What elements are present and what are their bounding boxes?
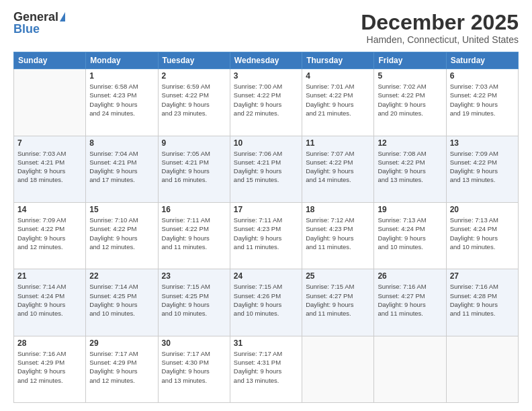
calendar-cell [446,336,518,402]
calendar-week-row: 28Sunrise: 7:16 AM Sunset: 4:29 PM Dayli… [14,336,519,402]
day-number: 30 [162,338,226,348]
header-tuesday: Tuesday [158,52,230,69]
calendar-cell: 20Sunrise: 7:13 AM Sunset: 4:24 PM Dayli… [446,202,518,269]
day-info: Sunrise: 7:06 AM Sunset: 4:21 PM Dayligh… [234,149,298,185]
day-number: 9 [162,138,226,148]
day-number: 29 [89,338,154,348]
day-info: Sunrise: 7:14 AM Sunset: 4:25 PM Dayligh… [89,282,154,318]
calendar-cell [374,336,446,402]
day-number: 28 [17,338,82,348]
calendar-cell: 5Sunrise: 7:02 AM Sunset: 4:22 PM Daylig… [374,69,446,136]
day-info: Sunrise: 7:02 AM Sunset: 4:22 PM Dayligh… [378,82,442,118]
day-info: Sunrise: 7:00 AM Sunset: 4:22 PM Dayligh… [234,82,298,118]
logo-triangle-icon [60,12,65,21]
calendar-cell: 16Sunrise: 7:11 AM Sunset: 4:22 PM Dayli… [158,202,230,269]
calendar-week-row: 1Sunrise: 6:58 AM Sunset: 4:23 PM Daylig… [14,69,519,136]
day-info: Sunrise: 7:01 AM Sunset: 4:22 PM Dayligh… [306,82,370,118]
day-number: 27 [450,271,515,281]
calendar-cell: 25Sunrise: 7:15 AM Sunset: 4:27 PM Dayli… [302,269,374,336]
day-info: Sunrise: 7:05 AM Sunset: 4:21 PM Dayligh… [162,149,226,185]
calendar-cell: 7Sunrise: 7:03 AM Sunset: 4:21 PM Daylig… [14,136,86,202]
calendar-cell: 2Sunrise: 6:59 AM Sunset: 4:22 PM Daylig… [158,69,230,136]
day-info: Sunrise: 6:58 AM Sunset: 4:23 PM Dayligh… [89,82,154,118]
calendar-week-row: 14Sunrise: 7:09 AM Sunset: 4:22 PM Dayli… [14,202,519,269]
calendar-cell: 24Sunrise: 7:15 AM Sunset: 4:26 PM Dayli… [230,269,302,336]
calendar-week-row: 21Sunrise: 7:14 AM Sunset: 4:24 PM Dayli… [14,269,519,336]
calendar-cell: 8Sunrise: 7:04 AM Sunset: 4:21 PM Daylig… [86,136,158,202]
calendar-cell: 31Sunrise: 7:17 AM Sunset: 4:31 PM Dayli… [230,336,302,402]
day-info: Sunrise: 7:12 AM Sunset: 4:23 PM Dayligh… [306,216,370,251]
header: General Blue December 2025 Hamden, Conne… [13,11,519,45]
day-number: 5 [378,71,442,81]
calendar-cell: 18Sunrise: 7:12 AM Sunset: 4:23 PM Dayli… [302,202,374,269]
month-title: December 2025 [361,11,519,34]
header-monday: Monday [86,52,158,69]
day-number: 13 [450,138,515,148]
day-info: Sunrise: 7:10 AM Sunset: 4:22 PM Dayligh… [89,216,154,251]
day-info: Sunrise: 7:16 AM Sunset: 4:27 PM Dayligh… [378,282,442,318]
calendar-cell: 30Sunrise: 7:17 AM Sunset: 4:30 PM Dayli… [158,336,230,402]
day-info: Sunrise: 7:13 AM Sunset: 4:24 PM Dayligh… [450,216,515,251]
day-info: Sunrise: 7:17 AM Sunset: 4:29 PM Dayligh… [89,349,154,385]
header-wednesday: Wednesday [230,52,302,69]
day-number: 21 [17,271,82,281]
day-info: Sunrise: 7:11 AM Sunset: 4:22 PM Dayligh… [162,216,226,251]
day-number: 10 [234,138,298,148]
day-number: 14 [17,205,82,214]
day-info: Sunrise: 7:09 AM Sunset: 4:22 PM Dayligh… [17,216,82,251]
calendar-cell: 12Sunrise: 7:08 AM Sunset: 4:22 PM Dayli… [374,136,446,202]
day-info: Sunrise: 7:13 AM Sunset: 4:24 PM Dayligh… [378,216,442,251]
day-info: Sunrise: 7:17 AM Sunset: 4:30 PM Dayligh… [162,349,226,385]
calendar-cell: 13Sunrise: 7:09 AM Sunset: 4:22 PM Dayli… [446,136,518,202]
logo-general-text: General [13,11,58,23]
calendar-cell: 14Sunrise: 7:09 AM Sunset: 4:22 PM Dayli… [14,202,86,269]
day-info: Sunrise: 7:03 AM Sunset: 4:21 PM Dayligh… [17,149,82,185]
day-info: Sunrise: 7:15 AM Sunset: 4:27 PM Dayligh… [306,282,370,318]
calendar-cell: 21Sunrise: 7:14 AM Sunset: 4:24 PM Dayli… [14,269,86,336]
calendar-cell: 27Sunrise: 7:16 AM Sunset: 4:28 PM Dayli… [446,269,518,336]
calendar-cell: 1Sunrise: 6:58 AM Sunset: 4:23 PM Daylig… [86,69,158,136]
day-info: Sunrise: 7:04 AM Sunset: 4:21 PM Dayligh… [89,149,154,185]
logo: General Blue [13,11,65,35]
calendar-cell: 10Sunrise: 7:06 AM Sunset: 4:21 PM Dayli… [230,136,302,202]
calendar-cell: 22Sunrise: 7:14 AM Sunset: 4:25 PM Dayli… [86,269,158,336]
day-info: Sunrise: 7:17 AM Sunset: 4:31 PM Dayligh… [234,349,298,385]
day-info: Sunrise: 7:08 AM Sunset: 4:22 PM Dayligh… [378,149,442,185]
calendar-cell: 17Sunrise: 7:11 AM Sunset: 4:23 PM Dayli… [230,202,302,269]
day-info: Sunrise: 7:07 AM Sunset: 4:22 PM Dayligh… [306,149,370,185]
calendar: Sunday Monday Tuesday Wednesday Thursday… [13,52,519,403]
day-info: Sunrise: 7:14 AM Sunset: 4:24 PM Dayligh… [17,282,82,318]
day-number: 16 [162,205,226,214]
day-number: 2 [162,71,226,81]
calendar-header-row: Sunday Monday Tuesday Wednesday Thursday… [14,52,519,69]
day-number: 19 [378,205,442,214]
day-number: 22 [89,271,154,281]
calendar-cell: 29Sunrise: 7:17 AM Sunset: 4:29 PM Dayli… [86,336,158,402]
day-info: Sunrise: 7:16 AM Sunset: 4:28 PM Dayligh… [450,282,515,318]
day-number: 1 [89,71,154,81]
day-number: 15 [89,205,154,214]
calendar-cell: 19Sunrise: 7:13 AM Sunset: 4:24 PM Dayli… [374,202,446,269]
calendar-cell: 11Sunrise: 7:07 AM Sunset: 4:22 PM Dayli… [302,136,374,202]
calendar-cell: 26Sunrise: 7:16 AM Sunset: 4:27 PM Dayli… [374,269,446,336]
day-number: 11 [306,138,370,148]
day-info: Sunrise: 6:59 AM Sunset: 4:22 PM Dayligh… [162,82,226,118]
calendar-cell [14,69,86,136]
day-number: 4 [306,71,370,81]
calendar-cell: 4Sunrise: 7:01 AM Sunset: 4:22 PM Daylig… [302,69,374,136]
calendar-cell: 6Sunrise: 7:03 AM Sunset: 4:22 PM Daylig… [446,69,518,136]
day-number: 18 [306,205,370,214]
day-info: Sunrise: 7:09 AM Sunset: 4:22 PM Dayligh… [450,149,515,185]
calendar-cell: 28Sunrise: 7:16 AM Sunset: 4:29 PM Dayli… [14,336,86,402]
header-saturday: Saturday [446,52,518,69]
calendar-cell: 23Sunrise: 7:15 AM Sunset: 4:25 PM Dayli… [158,269,230,336]
calendar-cell: 9Sunrise: 7:05 AM Sunset: 4:21 PM Daylig… [158,136,230,202]
day-number: 6 [450,71,515,81]
day-number: 3 [234,71,298,81]
calendar-cell [302,336,374,402]
day-number: 23 [162,271,226,281]
header-friday: Friday [374,52,446,69]
day-number: 24 [234,271,298,281]
calendar-cell: 3Sunrise: 7:00 AM Sunset: 4:22 PM Daylig… [230,69,302,136]
logo-blue-text: Blue [13,23,40,35]
